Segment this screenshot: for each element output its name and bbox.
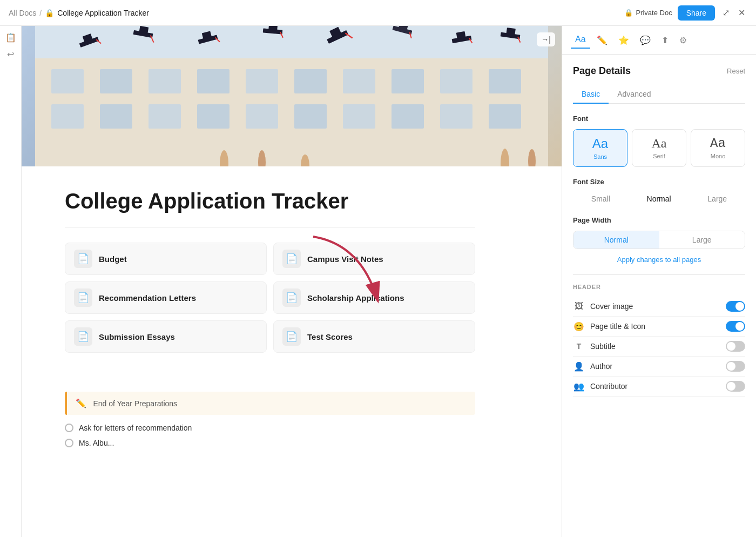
doc-body: College Application Tracker 📄 Budget 📄 C… [22, 166, 508, 475]
apply-changes-link[interactable]: Apply changes to all pages [573, 256, 745, 264]
svg-rect-21 [489, 104, 521, 129]
share-button[interactable]: Share [678, 5, 715, 21]
cover-image: →| [22, 26, 562, 166]
panel-tool-share[interactable]: ⬆ [657, 32, 673, 49]
svg-rect-14 [148, 104, 181, 129]
main-container: 📋 ↩ [0, 26, 756, 537]
task-radio-2[interactable] [65, 439, 73, 447]
link-label-scores: Test Scores [307, 332, 353, 341]
expand-topbar-button[interactable]: ⤢ [720, 5, 732, 20]
cover-image-icon: 🖼 [573, 301, 585, 311]
list-item[interactable]: 📄 Campus Visit Notes [273, 243, 475, 275]
note-block: ✏️ End of Year Preparations [65, 392, 475, 415]
page-title-icon: 😊 [573, 321, 585, 332]
svg-rect-17 [294, 104, 327, 129]
contributor-icon: 👥 [573, 381, 585, 392]
doc-title-breadcrumb: College Application Tracker [57, 9, 149, 17]
panel-tool-text[interactable]: Aa [571, 31, 590, 49]
font-option-mono[interactable]: Aa Mono [691, 129, 745, 167]
font-size-options: Small Normal Large [573, 192, 745, 205]
link-label-budget: Budget [99, 254, 127, 264]
header-section-label: HEADER [573, 284, 745, 290]
link-label-essays: Submission Essays [99, 332, 175, 341]
panel-tool-comment[interactable]: 💬 [636, 32, 655, 49]
lock-icon: 🔒 [624, 9, 633, 17]
title-divider [65, 227, 475, 227]
doc-type-icon: 🔒 [45, 9, 54, 17]
sidebar-icon-page[interactable]: 📋 [5, 32, 16, 43]
link-label-campus: Campus Visit Notes [307, 254, 383, 264]
panel-tool-star[interactable]: ⭐ [614, 32, 633, 49]
svg-rect-3 [100, 69, 132, 93]
svg-rect-6 [246, 69, 278, 93]
task-radio-1[interactable] [65, 424, 73, 432]
font-aa-sans: Aa [592, 136, 608, 151]
link-icon-campus: 📄 [282, 250, 301, 268]
toggle-row-page-title: 😊 Page title & Icon [573, 317, 745, 337]
panel-section-header: Page Details Reset [573, 65, 745, 77]
svg-rect-11 [489, 69, 521, 93]
panel-tool-settings[interactable]: ⚙ [675, 32, 691, 49]
close-topbar-button[interactable]: ✕ [736, 5, 747, 20]
toggle-row-contributor: 👥 Contributor [573, 377, 745, 397]
task-item: Ms. Albu... [65, 439, 475, 447]
tab-basic[interactable]: Basic [573, 85, 609, 104]
link-label-rec: Recommendation Letters [99, 293, 196, 303]
right-panel: Aa ✏️ ⭐ 💬 ⬆ ⚙ Page Details Reset Basic A… [562, 26, 756, 537]
page-width-normal[interactable]: Normal [573, 231, 659, 249]
font-size-large[interactable]: Large [701, 192, 733, 205]
font-section-label: Font [573, 115, 745, 123]
left-sidebar: 📋 ↩ [0, 26, 22, 537]
font-size-small[interactable]: Small [585, 192, 617, 205]
page-title-label: Page title & Icon [590, 322, 645, 331]
font-option-sans[interactable]: Aa Sans [573, 129, 627, 167]
link-label-scholarship: Scholarship Applications [307, 293, 404, 303]
all-docs-link[interactable]: All Docs [9, 9, 36, 17]
topbar-right: 🔒 Private Doc Share ⤢ ✕ [624, 5, 747, 21]
task-label-1: Ask for letters of recommendation [79, 424, 192, 432]
topbar-actions: ⤢ ✕ [720, 5, 747, 20]
page-title-toggle[interactable] [726, 321, 745, 332]
svg-rect-18 [343, 104, 375, 129]
doc-title: College Application Tracker [65, 188, 475, 214]
expand-cover-button[interactable]: →| [537, 32, 555, 46]
list-item[interactable]: 📄 Recommendation Letters [65, 281, 267, 314]
reset-button[interactable]: Reset [727, 67, 745, 75]
links-grid: 📄 Budget 📄 Campus Visit Notes 📄 Recommen… [65, 243, 475, 353]
svg-rect-44 [506, 28, 516, 35]
svg-rect-16 [246, 104, 278, 129]
font-options: Aa Sans Aa Serif Aa Mono [573, 129, 745, 167]
author-toggle[interactable] [726, 361, 745, 372]
panel-content: Page Details Reset Basic Advanced Font A… [562, 55, 756, 537]
cover-image-toggle[interactable] [726, 301, 745, 312]
svg-rect-19 [392, 104, 424, 129]
font-name-mono: Mono [711, 153, 726, 159]
font-option-serif[interactable]: Aa Serif [632, 129, 686, 167]
link-icon-rec: 📄 [74, 288, 92, 307]
toggle-left-cover: 🖼 Cover image [573, 301, 633, 311]
svg-rect-2 [51, 69, 84, 93]
svg-rect-4 [148, 69, 181, 93]
list-item[interactable]: 📄 Scholarship Applications [273, 281, 475, 314]
font-name-sans: Sans [593, 153, 607, 160]
toggle-row-cover: 🖼 Cover image [573, 297, 745, 317]
page-width-large[interactable]: Large [659, 231, 745, 249]
subtitle-toggle[interactable] [726, 341, 745, 352]
subtitle-icon: T [573, 342, 585, 351]
tab-advanced[interactable]: Advanced [609, 85, 659, 104]
svg-rect-7 [294, 69, 327, 93]
cover-image-label: Cover image [590, 302, 633, 311]
list-item[interactable]: 📄 Submission Essays [65, 320, 267, 353]
svg-rect-12 [51, 104, 84, 129]
panel-tool-edit[interactable]: ✏️ [592, 32, 612, 49]
note-icon: ✏️ [76, 399, 86, 408]
contributor-toggle[interactable] [726, 381, 745, 392]
toggle-left-page-title: 😊 Page title & Icon [573, 321, 645, 332]
list-item[interactable]: 📄 Test Scores [273, 320, 475, 353]
font-size-normal[interactable]: Normal [640, 192, 678, 205]
sidebar-icon-history[interactable]: ↩ [7, 49, 14, 59]
list-item[interactable]: 📄 Budget [65, 243, 267, 275]
link-icon-scores: 📄 [282, 327, 301, 346]
toggle-row-subtitle: T Subtitle [573, 337, 745, 357]
subtitle-label: Subtitle [590, 342, 616, 351]
